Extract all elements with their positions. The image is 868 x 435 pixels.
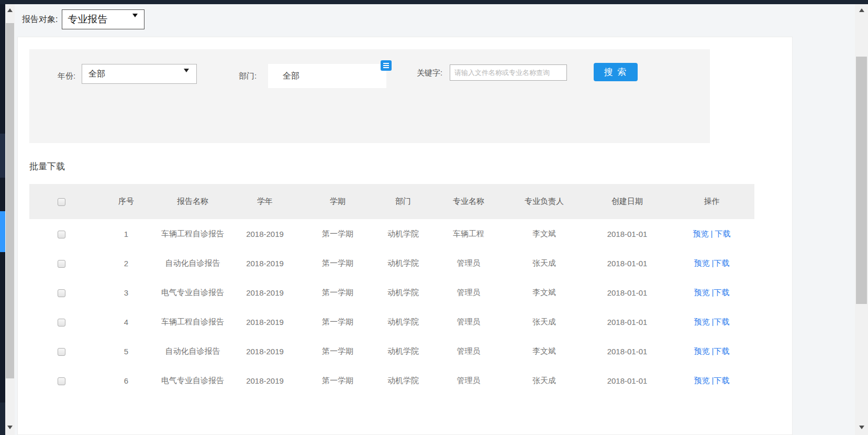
table-row: 2自动化自诊报告2018-2019第一学期动机学院管理员张天成2018-01-0… [29, 248, 754, 278]
page: { "header": { "report_target_label": "报告… [0, 0, 868, 435]
cell-school-year: 2018-2019 [227, 366, 303, 395]
cell-department: 动机学院 [372, 336, 434, 366]
cell-major: 管理员 [434, 336, 503, 366]
filter-panel: 年份: 全部 部门: 全部 关键字: 搜 索 [29, 49, 710, 143]
report-target-row: 报告对象: 专业报告 [22, 9, 144, 29]
keyword-input[interactable] [450, 64, 567, 81]
col-header-no: 序号 [94, 184, 159, 219]
cell-leader: 李文斌 [503, 219, 585, 248]
download-link[interactable]: 下载 [715, 229, 731, 238]
cell-semester: 第一学期 [303, 219, 372, 248]
window-vertical-scrollbar[interactable] [855, 4, 868, 435]
cell-actions: 预览 |下载 [669, 278, 754, 307]
report-target-select[interactable]: 专业报告 [62, 9, 144, 29]
cell-semester: 第一学期 [303, 307, 372, 336]
cell-report-name: 电气专业自诊报告 [159, 366, 227, 395]
window-scrollbar-thumb[interactable] [856, 57, 867, 304]
scroll-up-icon[interactable] [855, 5, 868, 15]
year-label: 年份: [58, 66, 75, 86]
cell-department: 动机学院 [372, 307, 434, 336]
cell-major: 管理员 [434, 307, 503, 336]
cell-major: 管理员 [434, 366, 503, 395]
download-link[interactable]: 下载 [714, 346, 730, 355]
cell-no: 6 [94, 366, 159, 395]
col-header-department: 部门 [372, 184, 434, 219]
chevron-down-icon [132, 17, 138, 29]
action-separator: | [709, 376, 714, 385]
inner-vertical-scrollbar[interactable] [5, 4, 15, 435]
scroll-down-icon[interactable] [855, 422, 868, 432]
col-header-semester: 学期 [303, 184, 372, 219]
cell-no: 4 [94, 307, 159, 336]
sidebar-edge [0, 4, 5, 435]
department-select[interactable]: 全部 [268, 64, 386, 88]
download-link[interactable]: 下载 [714, 288, 730, 297]
cell-department: 动机学院 [372, 219, 434, 248]
cell-no: 1 [94, 219, 159, 248]
sidebar-active-item-edge [0, 211, 5, 252]
cell-major: 管理员 [434, 248, 503, 278]
row-select-cell [29, 219, 94, 248]
cell-major: 管理员 [434, 278, 503, 307]
preview-link[interactable]: 预览 [694, 317, 709, 326]
row-checkbox[interactable] [58, 289, 65, 297]
year-select[interactable]: 全部 [82, 64, 197, 84]
col-header-school-year: 学年 [227, 184, 303, 219]
cell-semester: 第一学期 [303, 278, 372, 307]
table-row: 4车辆工程自诊报告2018-2019第一学期动机学院管理员张天成2018-01-… [29, 307, 754, 336]
inner-scrollbar-thumb[interactable] [6, 23, 14, 378]
select-all-checkbox[interactable] [58, 198, 65, 206]
report-target-value: 专业报告 [68, 13, 107, 26]
cell-school-year: 2018-2019 [227, 307, 303, 336]
row-select-cell [29, 366, 94, 395]
download-link[interactable]: 下载 [714, 258, 730, 267]
table-header-row: 序号 报告名称 学年 学期 部门 专业名称 专业负责人 创建日期 操作 [29, 184, 754, 219]
row-checkbox[interactable] [58, 231, 65, 238]
sidebar-edge-segment [0, 134, 5, 178]
table-row: 5自动化自诊报告2018-2019第一学期动机学院管理员李文斌2018-01-0… [29, 336, 754, 366]
year-value: 全部 [88, 69, 105, 80]
action-separator: | [709, 258, 714, 267]
action-separator: | [709, 317, 714, 326]
row-select-cell [29, 278, 94, 307]
preview-link[interactable]: 预览 [694, 346, 709, 355]
cell-report-name: 车辆工程自诊报告 [159, 219, 227, 248]
row-select-cell [29, 307, 94, 336]
cell-leader: 李文斌 [503, 278, 585, 307]
row-checkbox[interactable] [58, 377, 65, 385]
col-header-major: 专业名称 [434, 184, 503, 219]
table-row: 6电气专业自诊报告2018-2019第一学期动机学院管理员张天成2018-01-… [29, 366, 754, 395]
col-header-created-date: 创建日期 [585, 184, 669, 219]
preview-link[interactable]: 预览 [694, 376, 709, 385]
cell-semester: 第一学期 [303, 366, 372, 395]
cell-leader: 张天成 [503, 248, 585, 278]
row-checkbox[interactable] [58, 260, 65, 268]
action-separator: | [709, 288, 714, 297]
department-value: 全部 [283, 71, 299, 82]
scroll-down-icon[interactable] [5, 422, 15, 432]
row-select-cell [29, 248, 94, 278]
cell-semester: 第一学期 [303, 248, 372, 278]
preview-link[interactable]: 预览 [694, 288, 709, 297]
table-body: 1车辆工程自诊报告2018-2019第一学期动机学院车辆工程李文斌2018-01… [29, 219, 754, 395]
search-button[interactable]: 搜 索 [594, 63, 638, 81]
cell-created-date: 2018-01-01 [585, 219, 669, 248]
scroll-up-icon[interactable] [5, 5, 15, 15]
cell-actions: 预览 | 下载 [669, 219, 754, 248]
row-checkbox[interactable] [58, 348, 65, 356]
action-separator: | [709, 346, 714, 355]
preview-link[interactable]: 预览 [693, 229, 708, 238]
cell-department: 动机学院 [372, 278, 434, 307]
preview-link[interactable]: 预览 [694, 258, 709, 267]
department-tree-picker-icon[interactable] [381, 60, 392, 71]
cell-semester: 第一学期 [303, 336, 372, 366]
row-checkbox[interactable] [58, 319, 65, 327]
download-link[interactable]: 下载 [714, 376, 730, 385]
cell-created-date: 2018-01-01 [585, 278, 669, 307]
report-target-label: 报告对象: [22, 14, 58, 25]
cell-created-date: 2018-01-01 [585, 307, 669, 336]
cell-school-year: 2018-2019 [227, 336, 303, 366]
col-header-report-name: 报告名称 [159, 184, 227, 219]
download-link[interactable]: 下载 [714, 317, 730, 326]
batch-download-label: 批量下载 [29, 160, 65, 172]
